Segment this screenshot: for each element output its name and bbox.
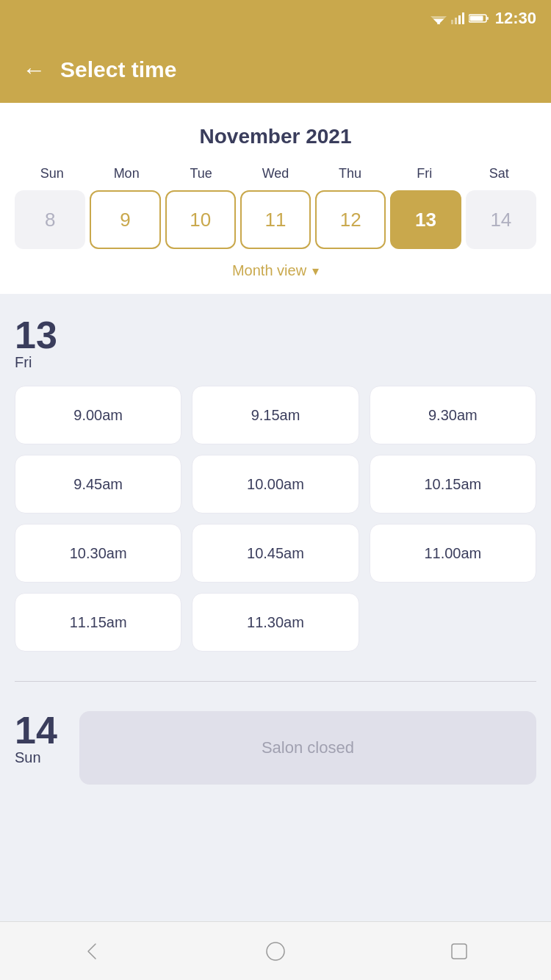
time-slot-900am[interactable]: 9.00am (15, 386, 181, 444)
time-slot-945am[interactable]: 9.45am (15, 455, 181, 514)
calendar-row: 8 9 10 11 12 13 14 (15, 190, 536, 249)
cal-day-12[interactable]: 12 (315, 190, 386, 249)
nav-home-button[interactable] (262, 938, 289, 965)
cal-day-10[interactable]: 10 (165, 190, 236, 249)
svg-rect-5 (458, 15, 461, 24)
svg-rect-6 (462, 12, 464, 24)
day-label-13: 13 Fri (15, 316, 536, 371)
time-section: 13 Fri 9.00am 9.15am 9.30am 9.45am 10.00… (0, 294, 551, 921)
day-name-sun: Sun (15, 749, 41, 766)
day-block-13: 13 Fri 9.00am 9.15am 9.30am 9.45am 10.00… (15, 316, 536, 652)
closed-block-14: 14 Sun Salon closed (15, 711, 536, 785)
day-header-fri: Fri (387, 166, 461, 181)
section-divider (15, 681, 536, 682)
cal-day-11[interactable]: 11 (240, 190, 311, 249)
back-button[interactable]: ← (22, 58, 46, 82)
cal-day-13[interactable]: 13 (390, 190, 461, 249)
time-slot-1130am[interactable]: 11.30am (192, 593, 359, 652)
svg-rect-3 (451, 20, 453, 24)
page-title: Select time (60, 57, 176, 82)
day-number-14: 14 (15, 711, 57, 749)
day-headers: Sun Mon Tue Wed Thu Fri Sat (15, 166, 536, 181)
nav-recent-button[interactable] (446, 938, 472, 965)
status-bar: 12:30 (0, 0, 551, 37)
svg-rect-9 (469, 16, 483, 21)
time-slot-1045am[interactable]: 10.45am (192, 524, 359, 583)
closed-message: Salon closed (79, 711, 536, 785)
svg-rect-11 (452, 944, 467, 959)
day-header-mon: Mon (89, 166, 163, 181)
day-label-14: 14 Sun (15, 711, 57, 766)
day-header-thu: Thu (313, 166, 387, 181)
day-block-14: 14 Sun Salon closed (15, 711, 536, 785)
calendar-section: November 2021 Sun Mon Tue Wed Thu Fri Sa… (0, 103, 551, 294)
time-slot-1100am[interactable]: 11.00am (370, 524, 536, 583)
time-slot-1115am[interactable]: 11.15am (15, 593, 181, 652)
month-view-toggle[interactable]: Month view ▾ (15, 262, 536, 279)
status-time: 12:30 (495, 9, 536, 28)
time-slot-1030am[interactable]: 10.30am (15, 524, 181, 583)
time-slot-1015am[interactable]: 10.15am (370, 455, 536, 514)
time-slot-930am[interactable]: 9.30am (370, 386, 536, 444)
status-icons (431, 12, 489, 24)
day-name-fri: Fri (15, 354, 32, 371)
day-header-sun: Sun (15, 166, 89, 181)
circle-icon (264, 940, 287, 962)
bottom-nav (0, 921, 551, 980)
signal-icon (451, 12, 464, 24)
day-header-sat: Sat (462, 166, 536, 181)
square-icon (448, 940, 470, 962)
wifi-icon (431, 12, 447, 24)
nav-back-button[interactable] (79, 938, 105, 965)
time-slots-grid-13: 9.00am 9.15am 9.30am 9.45am 10.00am 10.1… (15, 386, 536, 652)
triangle-left-icon (81, 940, 103, 962)
day-number-13: 13 (15, 316, 57, 354)
month-year: November 2021 (15, 125, 536, 148)
day-header-wed: Wed (238, 166, 312, 181)
time-slot-915am[interactable]: 9.15am (192, 386, 359, 444)
time-slot-1000am[interactable]: 10.00am (192, 455, 359, 514)
chevron-down-icon: ▾ (312, 263, 319, 279)
day-header-tue: Tue (164, 166, 238, 181)
svg-rect-8 (486, 17, 489, 20)
battery-icon (469, 13, 489, 24)
cal-day-8: 8 (15, 190, 85, 249)
cal-day-14: 14 (466, 190, 536, 249)
svg-rect-4 (455, 18, 457, 24)
cal-day-9[interactable]: 9 (90, 190, 160, 249)
svg-point-10 (267, 943, 284, 960)
month-view-label: Month view (232, 262, 306, 279)
header: ← Select time (0, 37, 551, 103)
